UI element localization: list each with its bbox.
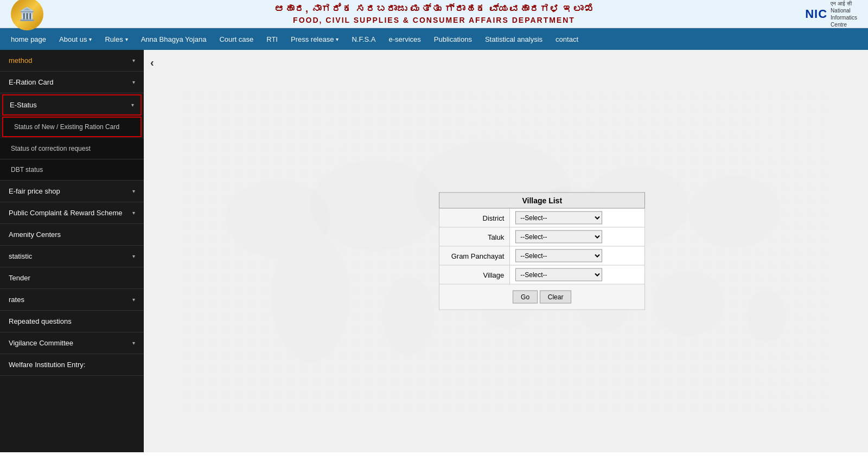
- form-buttons: Go Clear: [445, 287, 639, 307]
- main-content: ‹ Village List District --Select--: [144, 50, 868, 452]
- village-list-form: Village List District --Select-- Taluk: [439, 193, 645, 310]
- header: 🏛️ ಆಹಾರ, ನಾಗರಿಕ ಸರಬರಾಜು ಮತ್ತು ಗ್ರಾಹಕ ವ್ಯ…: [0, 0, 868, 28]
- sidebar-label-e-fair-price: E-fair price shop: [9, 187, 60, 195]
- sidebar-item-public-complaint[interactable]: Public Complaint & Reward Scheme ▾: [0, 202, 144, 224]
- district-label: District: [439, 208, 510, 227]
- nic-abbreviation: NIC: [805, 7, 827, 21]
- sidebar-label-vigilance-committee: Vigilance Committee: [9, 339, 73, 347]
- nav-rules[interactable]: Rules ▾: [99, 28, 133, 50]
- chevron-down-icon: ▾: [131, 102, 134, 108]
- sidebar-label-status-new-ration: Status of New / Existing Ration Card: [14, 123, 119, 131]
- sidebar-label-e-ration-card: E-Ration Card: [9, 78, 53, 86]
- english-title: FOOD, CIVIL SUPPLIES & CONSUMER AFFAIRS …: [275, 16, 593, 24]
- sidebar-item-e-fair-price[interactable]: E-fair price shop ▾: [0, 181, 144, 202]
- chevron-down-icon: ▾: [132, 253, 135, 259]
- nav-contact[interactable]: contact: [550, 28, 584, 50]
- sidebar-item-welfare-institution[interactable]: Welfare Institution Entry:: [0, 354, 144, 376]
- nav-home[interactable]: home page: [5, 28, 52, 50]
- chevron-down-icon: ▾: [132, 79, 135, 85]
- gram-panchayat-row: Gram Panchayat --Select--: [439, 246, 645, 265]
- sidebar-item-e-status[interactable]: E-Status ▾: [2, 94, 142, 116]
- sidebar-label-statistic: statistic: [9, 252, 32, 260]
- sidebar-label-dbt-status: DBT status: [11, 166, 43, 174]
- chevron-down-icon: ▾: [132, 297, 135, 303]
- sidebar-label-amenity-centers: Amenity Centers: [9, 230, 61, 239]
- chevron-down-icon: ▾: [89, 36, 92, 42]
- page-layout: method ▾ E-Ration Card ▾ E-Status ▾ Stat…: [0, 50, 868, 452]
- taluk-select[interactable]: --Select--: [515, 230, 602, 243]
- nav-rti[interactable]: RTI: [261, 28, 283, 50]
- sidebar-item-method[interactable]: method ▾: [0, 50, 144, 72]
- sidebar-label-public-complaint: Public Complaint & Reward Scheme: [9, 209, 123, 217]
- village-list-table: Village List District --Select-- Taluk: [439, 193, 645, 310]
- nav-anna-bhagya[interactable]: Anna Bhagya Yojana: [136, 28, 212, 50]
- taluk-label: Taluk: [439, 227, 510, 246]
- village-row: Village --Select--: [439, 265, 645, 284]
- sidebar-item-status-new-ration[interactable]: Status of New / Existing Ration Card: [2, 117, 142, 137]
- chevron-down-icon: ▾: [336, 36, 339, 42]
- nav-nfsa[interactable]: N.F.S.A: [346, 28, 381, 50]
- nav-press-release[interactable]: Press release ▾: [285, 28, 344, 50]
- gram-panchayat-select[interactable]: --Select--: [515, 249, 602, 262]
- sidebar-item-statistic[interactable]: statistic ▾: [0, 246, 144, 267]
- sidebar-label-rates: rates: [9, 296, 24, 304]
- village-list-title: Village List: [439, 193, 645, 208]
- sidebar: method ▾ E-Ration Card ▾ E-Status ▾ Stat…: [0, 50, 144, 452]
- sidebar-item-status-correction[interactable]: Status of correction request: [0, 138, 144, 159]
- header-center: ಆಹಾರ, ನಾಗರಿಕ ಸರಬರಾಜು ಮತ್ತು ಗ್ರಾಹಕ ವ್ಯವಹಾ…: [275, 3, 593, 24]
- sidebar-label-welfare-institution: Welfare Institution Entry:: [9, 361, 85, 369]
- sidebar-label-e-status: E-Status: [10, 101, 37, 109]
- village-select[interactable]: --Select--: [515, 268, 602, 281]
- kannada-title: ಆಹಾರ, ನಾಗರಿಕ ಸರಬರಾಜು ಮತ್ತು ಗ್ರಾಹಕ ವ್ಯವಹಾ…: [275, 3, 593, 15]
- chevron-down-icon: ▾: [132, 57, 135, 63]
- nav-eservices[interactable]: e-services: [384, 28, 426, 50]
- sidebar-label-repeated-questions: Repeated questions: [9, 317, 72, 325]
- sidebar-item-vigilance-committee[interactable]: Vigilance Committee ▾: [0, 332, 144, 354]
- sidebar-item-dbt-status[interactable]: DBT status: [0, 159, 144, 181]
- nic-full-name: एन आई सीNationalInformaticsCentre: [831, 0, 857, 28]
- chevron-down-icon: ▾: [125, 36, 128, 42]
- nic-logo: NIC एन आई सीNationalInformaticsCentre: [805, 0, 857, 28]
- village-label: Village: [439, 265, 510, 284]
- sidebar-label-status-correction: Status of correction request: [11, 145, 91, 152]
- nav-publications[interactable]: Publications: [429, 28, 477, 50]
- back-button[interactable]: ‹: [150, 56, 154, 69]
- clear-button[interactable]: Clear: [540, 291, 572, 304]
- chevron-down-icon: ▾: [132, 210, 135, 216]
- sidebar-item-amenity-centers[interactable]: Amenity Centers: [0, 224, 144, 246]
- district-row: District --Select--: [439, 208, 645, 227]
- state-emblem: 🏛️: [11, 0, 43, 30]
- nav-court-case[interactable]: Court case: [214, 28, 259, 50]
- go-button[interactable]: Go: [513, 291, 538, 304]
- chevron-down-icon: ▾: [132, 340, 135, 346]
- buttons-row: Go Clear: [439, 284, 645, 310]
- navbar: home page About us ▾ Rules ▾ Anna Bhagya…: [0, 28, 868, 50]
- sidebar-item-e-ration-card[interactable]: E-Ration Card ▾: [0, 72, 144, 93]
- gram-panchayat-label: Gram Panchayat: [439, 246, 510, 265]
- nav-about[interactable]: About us ▾: [54, 28, 97, 50]
- district-select[interactable]: --Select--: [515, 211, 602, 224]
- taluk-row: Taluk --Select--: [439, 227, 645, 246]
- sidebar-item-rates[interactable]: rates ▾: [0, 289, 144, 311]
- logo-emblem-area: 🏛️: [11, 0, 43, 30]
- sidebar-item-repeated-questions[interactable]: Repeated questions: [0, 311, 144, 332]
- nav-statistical-analysis[interactable]: Statistical analysis: [480, 28, 548, 50]
- sidebar-item-tender[interactable]: Tender: [0, 267, 144, 289]
- sidebar-label-tender: Tender: [9, 274, 30, 282]
- sidebar-label-method: method: [9, 56, 32, 65]
- chevron-down-icon: ▾: [132, 188, 135, 194]
